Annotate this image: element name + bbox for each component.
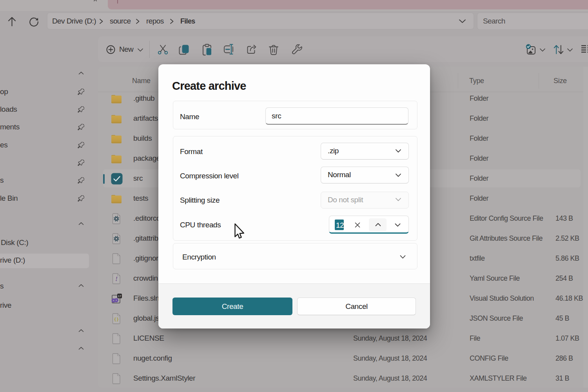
- svg-text:17: 17: [118, 294, 121, 298]
- svg-text:{ }: { }: [114, 317, 119, 321]
- svg-text:!: !: [115, 276, 118, 282]
